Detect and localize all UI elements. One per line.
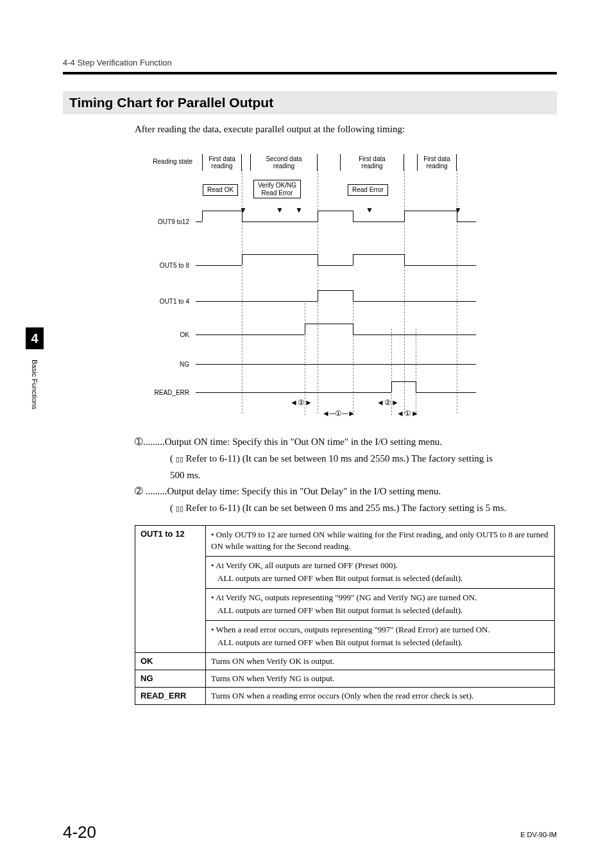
cell-ok-desc: Turns ON when Verify OK is output. bbox=[206, 653, 555, 670]
row-label-reading-state: Reading state bbox=[141, 158, 192, 165]
book-icon: ▯▯ bbox=[176, 455, 183, 465]
cell-header-ok: OK bbox=[135, 653, 206, 670]
marker-one: ◄①► bbox=[396, 409, 419, 419]
breadcrumb: 4-4 Step Verification Function bbox=[63, 58, 172, 67]
arrow-down-icon: ▼ bbox=[276, 205, 284, 215]
marker-two: ◄②► bbox=[377, 398, 399, 408]
col-header-4: First datareading bbox=[417, 154, 457, 171]
section-title: Timing Chart for Parallel Output bbox=[69, 95, 550, 110]
cell-out-desc-b: • At Verify OK, all outputs are turned O… bbox=[206, 557, 555, 589]
chapter-tab: 4 bbox=[26, 327, 44, 349]
guide-line bbox=[404, 169, 405, 413]
col-header-2: Second datareading bbox=[250, 154, 318, 171]
note-1-line3: 500 ms. bbox=[135, 469, 555, 483]
col-header-1: First datareading bbox=[202, 154, 242, 171]
chapter-caption: Basic Functions bbox=[31, 360, 38, 410]
label-out9-12: OUT9 to12 bbox=[144, 218, 189, 225]
guide-line bbox=[353, 303, 353, 415]
note-1-line2: ( ▯▯ Refer to 6-11) (It can be set betwe… bbox=[135, 452, 555, 466]
arrow-down-icon: ▼ bbox=[295, 205, 303, 215]
label-ng: NG bbox=[144, 361, 189, 368]
cell-out-desc-c: • At Verify NG, outputs representing "99… bbox=[206, 589, 555, 621]
header-rule bbox=[63, 72, 557, 74]
label-read-err: READ_ERR bbox=[144, 389, 189, 396]
cell-out-desc-a: • Only OUT9 to 12 are turned ON while wa… bbox=[206, 526, 555, 557]
cell-header-ng: NG bbox=[135, 670, 206, 688]
note-2-line1: ➁ .........Output delay time: Specify th… bbox=[135, 485, 555, 499]
tag-read-ok: Read OK bbox=[203, 184, 238, 196]
cell-ng-desc: Turns ON when Verify NG is output. bbox=[206, 670, 555, 688]
annotations: ➀.........Output ON time: Specify this i… bbox=[135, 435, 555, 518]
tag-read-error: Read Error bbox=[348, 184, 388, 196]
marker-two: ◄②► bbox=[290, 398, 312, 408]
table-row: OK Turns ON when Verify OK is output. bbox=[135, 653, 555, 670]
cell-read-err-desc: Turns ON when a reading error occurs (On… bbox=[206, 688, 555, 705]
note-1-line1: ➀.........Output ON time: Specify this i… bbox=[135, 435, 555, 449]
guide-line bbox=[416, 329, 416, 415]
cell-header-read-err: READ_ERR bbox=[135, 688, 206, 705]
label-out5-8: OUT5 to 8 bbox=[144, 262, 189, 269]
table-row: OUT1 to 12 • Only OUT9 to 12 are turned … bbox=[135, 526, 555, 557]
table-row: READ_ERR Turns ON when a reading error o… bbox=[135, 688, 555, 705]
section-heading-bar: Timing Chart for Parallel Output bbox=[63, 91, 557, 114]
tag-verify: Verify OK/NGRead Error bbox=[253, 180, 301, 198]
book-icon: ▯▯ bbox=[176, 504, 183, 514]
label-ok: OK bbox=[144, 331, 189, 338]
doc-code: E DV-90-IM bbox=[520, 831, 557, 838]
output-table: OUT1 to 12 • Only OUT9 to 12 are turned … bbox=[135, 525, 555, 705]
cell-out-desc-d: • When a read error occurs, outputs repr… bbox=[206, 621, 555, 653]
label-out1-4: OUT1 to 4 bbox=[144, 298, 189, 305]
col-header-3: First datareading bbox=[340, 154, 404, 171]
timing-chart: Reading state First datareading Second d… bbox=[148, 149, 507, 422]
page-number: 4-20 bbox=[63, 822, 96, 842]
intro-text: After reading the data, execute parallel… bbox=[135, 124, 405, 135]
cell-header-out1-12: OUT1 to 12 bbox=[135, 526, 206, 653]
table-row: NG Turns ON when Verify NG is output. bbox=[135, 670, 555, 688]
arrow-down-icon: ▼ bbox=[366, 205, 373, 215]
note-2-line2: ( ▯▯ Refer to 6-11) (It can be set betwe… bbox=[135, 501, 555, 516]
marker-one: ◄─①─► bbox=[322, 409, 355, 419]
